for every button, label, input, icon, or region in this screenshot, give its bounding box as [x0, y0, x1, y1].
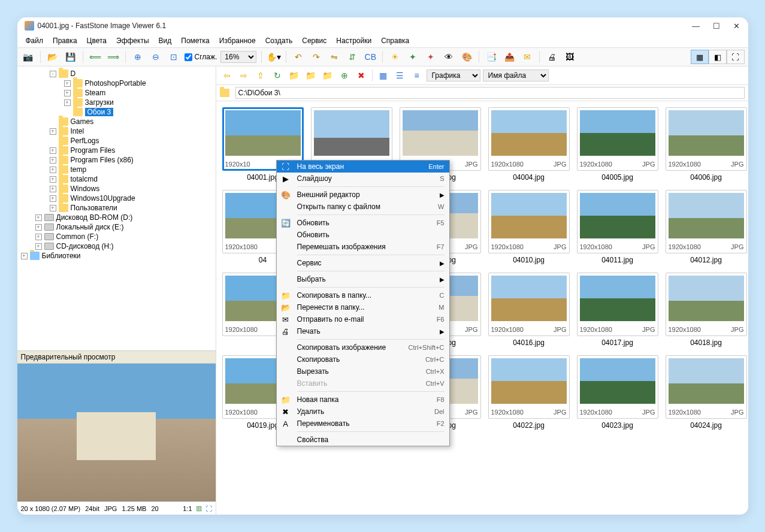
thumbnail[interactable]: 1920x1080JPG04006.jpg [666, 107, 747, 182]
tree-node[interactable]: +CD-дисковод (H:) [17, 241, 216, 251]
copy-folder-icon[interactable]: 📑 [484, 50, 498, 64]
ctx-item[interactable]: 🔄ОбновитьF5 [277, 217, 449, 229]
tree-node[interactable]: +Windows10Upgrade [17, 194, 216, 203]
tree-node[interactable]: +Steam [17, 88, 216, 98]
ctx-item[interactable]: Скопировать изображениеCtrl+Shift+C [277, 341, 449, 353]
ctx-item[interactable]: Свойства [277, 434, 449, 446]
tree-node[interactable]: +Common (F:) [17, 232, 216, 241]
email-icon[interactable]: ✉ [520, 50, 534, 64]
tree-node[interactable]: +temp [17, 165, 216, 174]
tree-node[interactable]: Games [17, 117, 216, 126]
effect2-icon[interactable]: ✦ [406, 50, 420, 64]
tree-node[interactable]: PerfLogs [17, 136, 216, 146]
nav-up-icon[interactable]: ⇧ [253, 68, 268, 83]
tree-node[interactable]: +Program Files (x86) [17, 155, 216, 165]
minimize-button[interactable]: — [692, 22, 700, 30]
view-fullscreen-button[interactable]: ⛶ [727, 50, 745, 64]
ctx-item[interactable]: Обновить [277, 229, 449, 241]
ctx-item[interactable]: ✖УдалитьDel [277, 406, 449, 418]
thumbnail[interactable]: 1920x1080JPG04016.jpg [488, 273, 570, 347]
tree-node[interactable]: +Библиотеки [17, 251, 216, 261]
preview-image[interactable] [17, 364, 216, 501]
effect1-icon[interactable]: ☀ [388, 50, 402, 64]
wallpaper-icon[interactable]: 🖼 [563, 50, 577, 64]
menu-справка[interactable]: Справка [377, 35, 413, 46]
maximize-button[interactable]: ☐ [712, 22, 721, 30]
redeye-icon[interactable]: 👁 [442, 50, 456, 64]
zoom-select[interactable]: 16% [220, 51, 256, 63]
thumbnail[interactable]: 1920x1080JPG04024.jpg [666, 355, 747, 430]
tree-node[interactable]: +PhotoshopPortable [17, 78, 216, 88]
fav1-icon[interactable]: 📁 [287, 68, 301, 83]
ctx-item[interactable]: Сервис▶ [277, 257, 449, 269]
menu-настройки[interactable]: Настройки [332, 35, 375, 46]
tree-node[interactable]: +Intel [17, 126, 216, 136]
ctx-item[interactable]: СкопироватьCtrl+C [277, 353, 449, 365]
menu-создать[interactable]: Создать [262, 35, 297, 46]
tree-node[interactable]: +Program Files [17, 146, 216, 155]
move-folder-icon[interactable]: 📤 [502, 50, 516, 64]
fullscreen-icon[interactable]: ⛶ [205, 505, 212, 512]
tree-node[interactable]: +Загрузки [17, 98, 216, 107]
close-button[interactable]: ✕ [733, 22, 741, 30]
ctx-item[interactable]: 📁Скопировать в папку...C [277, 289, 449, 301]
view-list-icon[interactable]: ☰ [393, 68, 407, 83]
nav-back-icon[interactable]: ⇦ [220, 68, 234, 83]
thumbnail[interactable]: 1920x1080JPG04011.jpg [577, 190, 658, 264]
hand-icon[interactable]: ✋▾ [267, 50, 281, 64]
thumbnail[interactable]: 1920x1080JPG04005.jpg [577, 107, 658, 182]
folder-tree[interactable]: -D+PhotoshopPortable+Steam+ЗагрузкиОбои … [17, 66, 216, 350]
histogram-icon[interactable]: ▥ [196, 504, 202, 512]
thumbnail[interactable]: 1920x1080JPG04017.jpg [577, 273, 658, 347]
thumbnail[interactable]: 1920x1080JPG04023.jpg [577, 355, 658, 430]
ctx-item[interactable]: ВырезатьCtrl+X [277, 365, 449, 377]
prev-icon[interactable]: ⟸ [88, 50, 102, 64]
effect3-icon[interactable]: ✦ [424, 50, 438, 64]
zoom-fit-icon[interactable]: ⊡ [167, 50, 181, 64]
rotate-right-icon[interactable]: ↷ [309, 50, 323, 64]
menu-цвета[interactable]: Цвета [83, 35, 110, 46]
tree-node[interactable]: Обои 3 [17, 107, 216, 117]
ctx-item[interactable]: ⛶На весь экранEnter [277, 161, 449, 173]
ctx-item[interactable]: ✉Отправить по e-mailF6 [277, 313, 449, 325]
menu-сервис[interactable]: Сервис [298, 35, 330, 46]
ctx-item[interactable]: Выбрать▶ [277, 273, 449, 285]
acquire-icon[interactable]: 📷 [21, 50, 35, 64]
sort-select[interactable]: Имя файла [483, 69, 549, 81]
smooth-checkbox[interactable] [185, 53, 192, 61]
tree-node[interactable]: +totalcmd [17, 174, 216, 184]
fav3-icon[interactable]: 📁 [320, 68, 335, 83]
menu-эффекты[interactable]: Эффекты [113, 35, 153, 46]
tree-node[interactable]: +Windows [17, 184, 216, 194]
nav-forward-icon[interactable]: ⇨ [237, 68, 251, 83]
filter-select[interactable]: Графика [427, 69, 480, 81]
rotate-left-icon[interactable]: ↶ [291, 50, 306, 64]
view-large-icon[interactable]: ▦ [376, 68, 391, 83]
tree-node[interactable]: -D [17, 69, 216, 78]
menu-файл[interactable]: Файл [22, 35, 47, 46]
ctx-item[interactable]: 📂Перенести в папку...M [277, 301, 449, 313]
thumbnail[interactable]: 1920x1080JPG04022.jpg [488, 355, 570, 430]
menu-избранное[interactable]: Избранное [216, 35, 259, 46]
thumbnail[interactable]: 1920x1080JPG04004.jpg [488, 107, 570, 182]
flip-h-icon[interactable]: ⇋ [327, 50, 341, 64]
view-thumbnails-button[interactable]: ▦ [691, 50, 709, 64]
fav-add-icon[interactable]: ⊕ [337, 68, 352, 83]
tree-node[interactable]: +Пользователи [17, 203, 216, 213]
ctx-item[interactable]: ▶СлайдшоуS [277, 173, 449, 185]
ctx-item[interactable]: 🎨Внешний редактор▶ [277, 189, 449, 201]
print-icon[interactable]: 🖨 [545, 50, 559, 64]
menu-пометка[interactable]: Пометка [177, 35, 213, 46]
refresh-icon[interactable]: ↻ [270, 68, 285, 83]
tree-node[interactable]: +Локальный диск (E:) [17, 222, 216, 232]
thumbnail[interactable]: 1920x1080JPG04012.jpg [666, 190, 747, 264]
ctx-item[interactable]: 📁Новая папкаF8 [277, 394, 449, 406]
next-icon[interactable]: ⟹ [106, 50, 120, 64]
menu-вид[interactable]: Вид [155, 35, 176, 46]
open-icon[interactable]: 📂 [46, 50, 60, 64]
batch-icon[interactable]: СВ [363, 50, 377, 64]
zoom-out-icon[interactable]: ⊖ [149, 50, 163, 64]
ctx-item[interactable]: Перемешать изображенияF7 [277, 241, 449, 253]
tree-node[interactable]: +Дисковод BD-ROM (D:) [17, 213, 216, 222]
thumbnail[interactable]: 1920x1080JPG04018.jpg [666, 273, 747, 347]
